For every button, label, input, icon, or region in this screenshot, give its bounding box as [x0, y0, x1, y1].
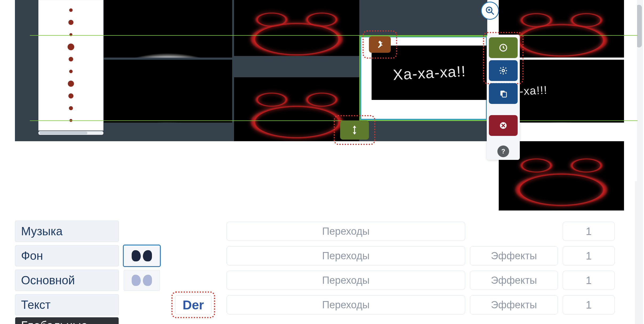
svg-rect-7 [502, 92, 506, 97]
pin-button[interactable] [369, 36, 391, 53]
svg-point-5 [502, 69, 504, 72]
transitions-button-text[interactable]: Переходы [227, 295, 465, 314]
layer-label-global[interactable]: Глобальные [15, 317, 119, 324]
guide-bottom [30, 120, 638, 121]
clip-earth-2[interactable] [104, 60, 232, 123]
layer-label-main[interactable]: Основной [15, 270, 119, 291]
audio-scrollbar[interactable] [38, 131, 103, 135]
text-layer-chip[interactable]: Der [175, 295, 211, 314]
guide-top [30, 35, 638, 36]
layer-count-music[interactable]: 1 [563, 222, 615, 241]
audio-track[interactable] [38, 0, 103, 131]
layer-row-music: Музыка Переходы 1 [15, 219, 631, 244]
layer-row-background: Фон Переходы Эффекты 1 [15, 244, 631, 268]
clip-earth-1[interactable] [104, 0, 232, 58]
clip-demon-top[interactable] [234, 0, 359, 56]
layer-thumb-main[interactable] [124, 270, 160, 291]
delete-button[interactable] [489, 115, 518, 136]
butterfly-light-icon [131, 273, 152, 287]
zoom-in-button[interactable] [481, 2, 499, 20]
layer-row-main: Основной Переходы Эффекты 1 [15, 268, 631, 293]
waveform-icon [62, 4, 80, 127]
duration-button[interactable] [489, 37, 518, 58]
resize-vertical-button[interactable] [340, 120, 369, 140]
layer-thumb-background[interactable] [124, 245, 160, 266]
effects-button-background[interactable]: Эффекты [470, 246, 558, 265]
clip-text: Ха-ха-ха!! [393, 62, 466, 83]
layers-panel: Музыка Переходы 1 Фон Переходы Эффекты 1… [15, 219, 631, 324]
effects-button-main[interactable]: Эффекты [470, 271, 558, 290]
svg-line-1 [491, 12, 494, 14]
layer-label-music[interactable]: Музыка [15, 221, 119, 242]
layer-row-text: Текст Der Переходы Эффекты 1 [15, 293, 631, 317]
copy-button[interactable] [489, 83, 518, 104]
settings-button[interactable] [489, 60, 518, 81]
svg-rect-9 [354, 128, 355, 132]
layer-count-text[interactable]: 1 [563, 295, 615, 314]
help-icon: ? [501, 148, 505, 155]
transitions-button-music[interactable]: Переходы [227, 222, 465, 241]
help-button[interactable]: ? [497, 145, 509, 157]
layer-row-global: Глобальные [15, 317, 631, 324]
timeline-canvas[interactable]: Ха-ха-ха!! -ха-ха!!! ? [15, 0, 637, 181]
layer-label-background[interactable]: Фон [15, 245, 119, 266]
layer-count-background[interactable]: 1 [563, 246, 615, 265]
layer-count-main[interactable]: 1 [563, 271, 615, 290]
transitions-button-main[interactable]: Переходы [227, 271, 465, 290]
effects-button-text[interactable]: Эффекты [470, 295, 558, 314]
butterfly-dark-icon [131, 249, 152, 263]
layer-label-text[interactable]: Текст [15, 294, 119, 315]
transitions-button-background[interactable]: Переходы [227, 246, 465, 265]
